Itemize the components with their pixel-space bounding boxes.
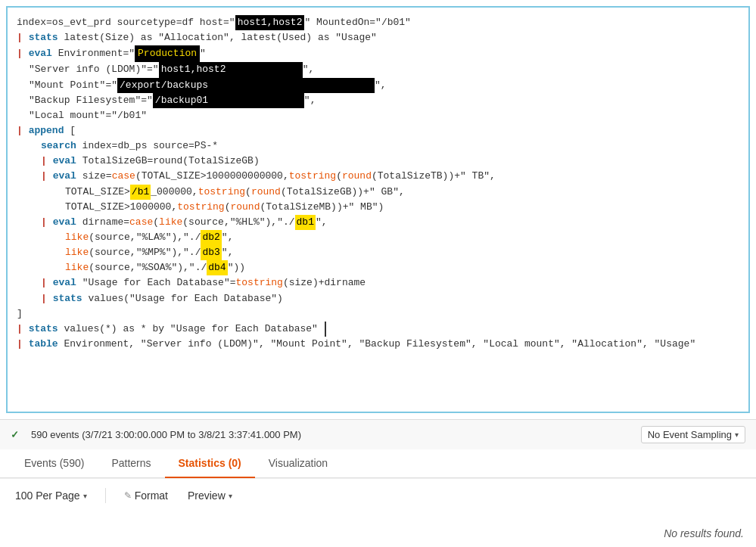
main-container: index=os_evt_prd sourcetype=df host="hos…	[0, 0, 756, 547]
code-line-3: | eval Environment="Production"	[17, 45, 739, 62]
tab-statistics[interactable]: Statistics (0)	[165, 449, 255, 478]
code-line-13: TOTAL_SIZE>1000000,tostring(round(TotalS…	[65, 200, 739, 215]
tab-visualization[interactable]: Visualization	[255, 449, 341, 478]
code-line-10: | eval TotalSizeGB=round(TotalSizeGB)	[41, 154, 739, 169]
preview-chevron-icon: ▾	[229, 492, 232, 500]
code-editor[interactable]: index=os_evt_prd sourcetype=df host="hos…	[6, 6, 750, 413]
format-label: Format	[135, 490, 168, 502]
per-page-chevron-icon: ▾	[83, 492, 87, 500]
tab-events[interactable]: Events (590)	[11, 449, 98, 478]
tabs-bar: Events (590) Patterns Statistics (0) Vis…	[0, 449, 756, 478]
code-line-22: | table Environment, "Server info (LDOM)…	[17, 337, 739, 352]
no-event-sampling-label: No Event Sampling	[648, 429, 732, 440]
code-line-5: "Mount Point"="/export/backups",	[29, 78, 739, 93]
code-line-21: | stats values(*) as * by "Usage for Eac…	[17, 322, 739, 337]
format-pencil-icon: ✎	[124, 490, 132, 501]
format-button[interactable]: ✎ Format	[120, 486, 173, 505]
code-line-15: like(source,"%LA%"),"./db2",	[65, 230, 739, 245]
per-page-button[interactable]: 100 Per Page ▾	[11, 486, 92, 505]
code-line-11: | eval size=case(TOTAL_SIZE>100000000000…	[41, 169, 739, 184]
bottom-toolbar: 100 Per Page ▾ ✎ Format Preview ▾	[0, 478, 756, 512]
code-line-7: "Local mount"="/b01"	[29, 108, 739, 123]
code-line-2: | stats latest(Size) as "Allocation", la…	[17, 30, 739, 45]
code-line-4: "Server info (LDOM)"="host1,host2",	[29, 62, 739, 77]
preview-label: Preview	[188, 490, 226, 502]
events-count-text: 590 events (3/7/21 3:00:00.000 PM to 3/8…	[31, 429, 301, 440]
no-event-sampling-chevron-icon: ▾	[735, 430, 739, 439]
code-line-6: "Backup Filesystem"="/backup01",	[29, 93, 739, 108]
code-line-8: | append [	[17, 123, 739, 138]
code-line-18: | eval "Usage for Each Database"=tostrin…	[41, 275, 739, 291]
no-results-text: No results found.	[0, 512, 756, 547]
toolbar-separator	[105, 488, 106, 503]
code-line-9: search index=db_ps source=PS-*	[41, 138, 739, 154]
status-bar: ✓ 590 events (3/7/21 3:00:00.000 PM to 3…	[0, 419, 756, 449]
code-line-1: index=os_evt_prd sourcetype=df host="hos…	[17, 15, 739, 30]
tab-patterns[interactable]: Patterns	[98, 449, 164, 478]
per-page-label: 100 Per Page	[15, 490, 80, 502]
status-check-icon: ✓	[11, 429, 19, 440]
code-line-19: | stats values("Usage for Each Database"…	[41, 291, 739, 306]
no-event-sampling-dropdown[interactable]: No Event Sampling ▾	[641, 426, 745, 443]
code-line-14: | eval dirname=case(like(source,"%HL%"),…	[41, 215, 739, 230]
code-line-17: like(source,"%SOA%"),"./db4"))	[65, 260, 739, 275]
code-line-12: TOTAL_SIZE>/b1_000000,tostring(round(Tot…	[65, 185, 739, 200]
code-line-20: ]	[17, 306, 739, 322]
code-line-16: like(source,"%MP%"),"./db3",	[65, 245, 739, 260]
preview-button[interactable]: Preview ▾	[183, 486, 237, 505]
